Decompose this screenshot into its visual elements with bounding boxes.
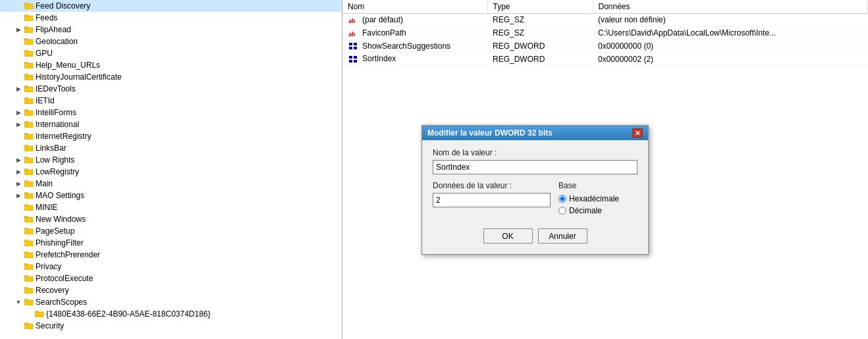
tree-item-flip-ahead[interactable]: ▶ FlipAhead (0, 24, 342, 36)
tree-item-feeds[interactable]: Feeds (0, 12, 342, 24)
folder-icon-low-rights (24, 155, 34, 165)
svg-rect-17 (24, 97, 28, 99)
expander-main[interactable]: ▶ (13, 178, 24, 189)
expander-phishing-filter[interactable] (13, 238, 24, 248)
tree-label-protocol-execute: ProtocolExecute (36, 273, 93, 284)
col-data[interactable]: Données (593, 0, 868, 14)
expander-intelli-forms[interactable]: ▶ (13, 107, 24, 118)
expander-gpu[interactable] (13, 48, 24, 59)
expander-geolocation[interactable] (13, 36, 24, 47)
tree-item-mao-settings[interactable]: ▶ MAO Settings (0, 190, 342, 201)
radio-dec-label[interactable]: Décimale (558, 206, 637, 215)
tree-item-page-setup[interactable]: PageSetup (0, 225, 342, 237)
tree-label-minie: MINIE (36, 201, 57, 213)
donnees-input[interactable] (433, 193, 551, 207)
ok-button[interactable]: OK (483, 228, 533, 244)
table-row[interactable]: ab FaviconPathREG_SZC:\Users\David\AppDa… (342, 26, 868, 39)
tree-item-geolocation[interactable]: Geolocation (0, 36, 342, 47)
tree-item-internet-registry[interactable]: InternetRegistry (0, 130, 342, 142)
tree-item-intelli-forms[interactable]: ▶ IntelliForms (0, 107, 342, 118)
tree-item-iet-id[interactable]: IETId (0, 95, 342, 107)
dialog-body: Nom de la valeur : Données de la valeur … (422, 140, 648, 254)
expander-feed-discovery[interactable] (13, 1, 24, 11)
expander-links-bar[interactable] (13, 143, 24, 153)
tree-item-main[interactable]: ▶ Main (0, 178, 342, 190)
tree-item-prefetch-prerender[interactable]: PrefetchPrerender (0, 249, 342, 261)
expander-recovery[interactable] (13, 285, 24, 296)
expander-help-menu-urls[interactable] (13, 60, 24, 70)
col-nom[interactable]: Nom (342, 0, 487, 14)
expander-search-scopes[interactable]: ▼ (13, 297, 24, 307)
folder-icon-recovery (24, 285, 34, 296)
cancel-button[interactable]: Annuler (538, 228, 587, 244)
dialog-row: Données de la valeur : Base Hexadécimale… (433, 181, 637, 215)
tree-label-search-scopes: SearchScopes (36, 296, 87, 308)
tree-item-ie-dev-tools[interactable]: ▶ IEDevTools (0, 83, 342, 95)
tree-item-security[interactable]: Security (0, 320, 342, 332)
tree-item-feed-discovery[interactable]: Feed Discovery (0, 0, 342, 12)
tree-item-privacy[interactable]: Privacy (0, 261, 342, 273)
tree-item-low-rights[interactable]: ▶ Low Rights (0, 154, 342, 166)
tree-label-low-registry: LowRegistry (36, 166, 79, 178)
expander-minie[interactable] (13, 202, 24, 213)
expander-low-rights[interactable]: ▶ (13, 155, 24, 165)
tree-item-gpu[interactable]: GPU (0, 47, 342, 59)
svg-rect-26 (24, 158, 33, 163)
expander-protocol-execute[interactable] (13, 273, 24, 284)
table-row[interactable]: SortIndexREG_DWORD0x00000002 (2) (342, 53, 868, 66)
tree-item-history-journal-certificate[interactable]: HistoryJournalCertificate (0, 71, 342, 83)
dialog-close-button[interactable]: ✕ (632, 128, 643, 138)
nom-input[interactable] (433, 160, 637, 174)
expander-security[interactable] (13, 321, 24, 331)
expander-mao-settings[interactable]: ▶ (13, 190, 24, 201)
folder-icon-low-registry (24, 167, 34, 177)
tree-item-low-registry[interactable]: ▶ LowRegistry (0, 166, 342, 178)
value-type: REG_SZ (487, 26, 593, 39)
svg-rect-2 (24, 16, 33, 21)
expander-international[interactable]: ▶ (13, 119, 24, 130)
tree-label-mao-settings: MAO Settings (36, 190, 84, 201)
tree-item-phishing-filter[interactable]: PhishingFilter (0, 237, 342, 249)
tree-item-new-windows[interactable]: New Windows (0, 213, 342, 225)
grid-icon (348, 55, 360, 64)
expander-privacy[interactable] (13, 261, 24, 272)
tree-item-help-menu-urls[interactable]: Help_Menu_URLs (0, 59, 342, 71)
folder-icon-search-scopes-guid (34, 309, 45, 319)
tree-item-links-bar[interactable]: LinksBar (0, 142, 342, 154)
expander-page-setup[interactable] (13, 226, 24, 236)
value-type: REG_DWORD (487, 39, 593, 53)
tree-label-low-rights: Low Rights (36, 154, 74, 166)
tree-item-international[interactable]: ▶ International (0, 118, 342, 130)
expander-new-windows[interactable] (13, 214, 24, 224)
table-row[interactable]: ShowSearchSuggestionsREG_DWORD0x00000000… (342, 39, 868, 53)
expander-ie-dev-tools[interactable]: ▶ (13, 84, 24, 94)
tree-item-protocol-execute[interactable]: ProtocolExecute (0, 273, 342, 284)
radio-hex-label[interactable]: Hexadécimale (558, 194, 637, 203)
expander-history-journal-certificate[interactable] (13, 72, 24, 82)
radio-hex[interactable] (558, 195, 566, 203)
svg-rect-68 (349, 60, 352, 63)
radio-dec[interactable] (558, 207, 566, 215)
tree-item-search-scopes-guid[interactable]: {1480E438-66E2-4B90-A5AE-818C0374D186} (0, 308, 342, 320)
col-type[interactable]: Type (487, 0, 593, 14)
expander-low-registry[interactable]: ▶ (13, 167, 24, 177)
tree-item-recovery[interactable]: Recovery (0, 284, 342, 296)
tree-item-search-scopes[interactable]: ▼ SearchScopes (0, 296, 342, 308)
tree-item-minie[interactable]: MINIE (0, 201, 342, 213)
table-row[interactable]: ab (par défaut)REG_SZ(valeur non définie… (342, 14, 868, 27)
expander-internet-registry[interactable] (13, 131, 24, 142)
expander-iet-id[interactable] (13, 95, 24, 106)
tree-scroll-area[interactable]: Feed Discovery Feeds▶ FlipAhead Geolocat… (0, 0, 342, 339)
expander-flip-ahead[interactable]: ▶ (13, 24, 24, 35)
svg-rect-1 (24, 3, 28, 5)
svg-rect-25 (24, 145, 28, 147)
folder-icon-prefetch-prerender (24, 249, 34, 260)
tree-label-ie-dev-tools: IEDevTools (36, 83, 76, 95)
expander-search-scopes-guid[interactable] (24, 309, 34, 319)
expander-prefetch-prerender[interactable] (13, 249, 24, 260)
svg-rect-46 (24, 276, 33, 282)
expander-feeds[interactable] (13, 13, 24, 23)
svg-rect-15 (24, 86, 28, 88)
folder-icon-feed-discovery (24, 1, 34, 11)
svg-rect-20 (24, 122, 33, 128)
